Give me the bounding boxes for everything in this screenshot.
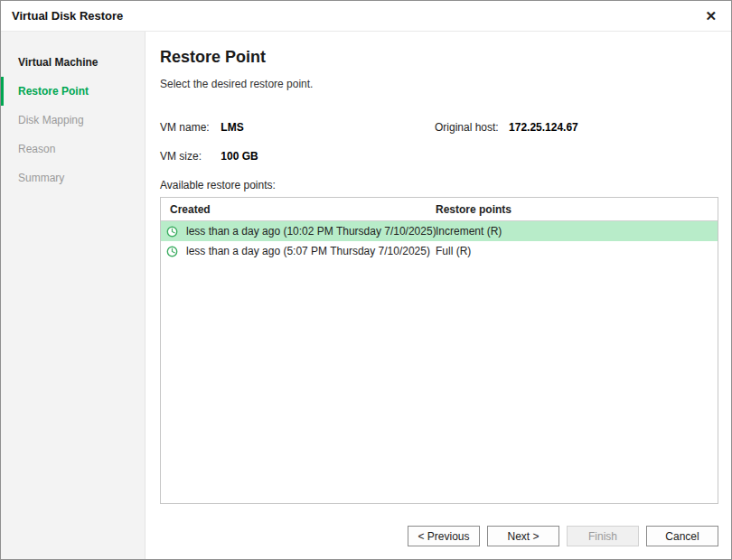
restore-point-row[interactable]: less than a day ago (5:07 PM Thursday 7/… [161, 241, 718, 261]
restore-point-type: Full (R) [436, 245, 718, 257]
step-virtual-machine[interactable]: Virtual Machine [1, 48, 145, 77]
page-subtitle: Select the desired restore point. [160, 78, 718, 90]
finish-button: Finish [567, 526, 639, 546]
titlebar: Virtual Disk Restore ✕ [1, 1, 731, 32]
previous-button[interactable]: < Previous [408, 526, 480, 546]
step-label: Restore Point [18, 85, 89, 98]
virtual-disk-restore-window: Virtual Disk Restore ✕ Virtual Machine R… [0, 0, 732, 560]
restore-points-caption: Available restore points: [160, 179, 718, 191]
step-summary: Summary [1, 163, 145, 192]
restore-point-clock-icon [166, 246, 181, 257]
original-host-label: Original host: [435, 121, 499, 134]
main-panel: Restore Point Select the desired restore… [145, 32, 732, 559]
step-label: Summary [18, 172, 64, 184]
table-header: Created Restore points [161, 198, 718, 221]
page-title: Restore Point [160, 48, 718, 67]
vm-size-label: VM size: [160, 150, 216, 163]
step-restore-point[interactable]: Restore Point [1, 77, 145, 106]
column-header-created[interactable]: Created [170, 203, 436, 216]
wizard-buttons: < Previous Next > Finish Cancel [408, 526, 718, 546]
restore-point-created: less than a day ago (10:02 PM Thursday 7… [186, 225, 436, 238]
step-label: Disk Mapping [18, 114, 84, 126]
cancel-button[interactable]: Cancel [646, 526, 718, 546]
table-body: less than a day ago (10:02 PM Thursday 7… [161, 221, 718, 503]
column-header-restore-points[interactable]: Restore points [436, 203, 718, 216]
close-icon[interactable]: ✕ [701, 7, 720, 24]
window-title: Virtual Disk Restore [12, 9, 123, 23]
restore-point-row[interactable]: less than a day ago (10:02 PM Thursday 7… [161, 221, 718, 241]
vm-info: VM name: LMS Original host: 172.25.124.6… [160, 121, 718, 163]
step-reason: Reason [1, 135, 145, 163]
step-disk-mapping: Disk Mapping [1, 106, 145, 135]
vm-size-value: 100 GB [221, 150, 258, 163]
original-host-value: 172.25.124.67 [509, 121, 578, 134]
restore-point-created: less than a day ago (5:07 PM Thursday 7/… [186, 245, 436, 257]
restore-point-clock-icon [166, 226, 181, 238]
restore-points-table: Created Restore points less than a day a… [160, 197, 718, 504]
vm-name-value: LMS [221, 121, 243, 134]
wizard-steps-sidebar: Virtual Machine Restore Point Disk Mappi… [1, 32, 145, 559]
restore-point-type: Increment (R) [436, 225, 718, 238]
step-label: Virtual Machine [18, 56, 98, 69]
next-button[interactable]: Next > [487, 526, 559, 546]
vm-name-label: VM name: [160, 121, 216, 134]
step-label: Reason [18, 143, 55, 155]
